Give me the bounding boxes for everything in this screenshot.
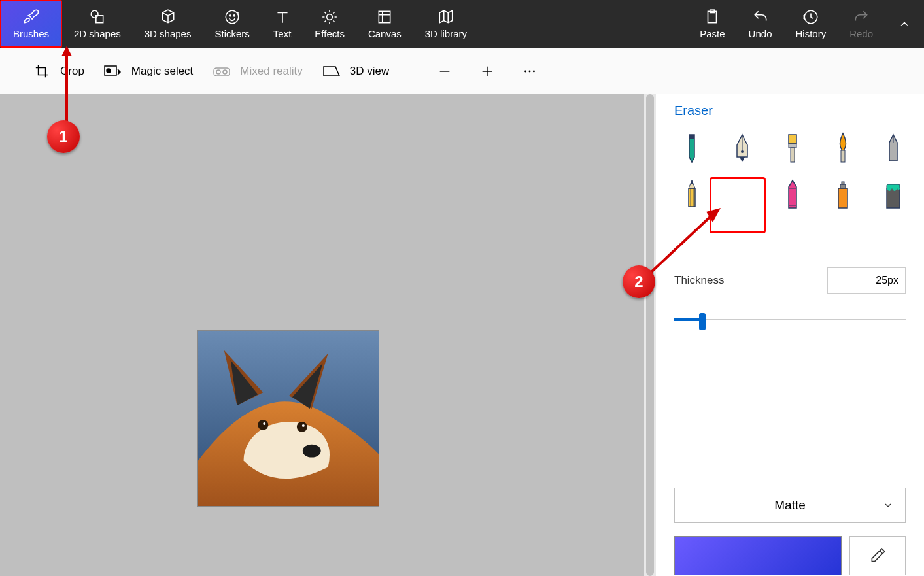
- brush-fill[interactable]: [876, 177, 911, 212]
- shapes-2d-icon: [89, 8, 106, 25]
- svg-rect-6: [379, 11, 390, 22]
- toolbar-label: Canvas: [368, 28, 402, 39]
- toolbar-canvas[interactable]: Canvas: [356, 0, 413, 48]
- 3d-view-button[interactable]: 3D view: [322, 64, 389, 78]
- undo-icon: [752, 8, 769, 25]
- toolbar-2d-shapes[interactable]: 2D shapes: [62, 0, 133, 48]
- brush-pencil[interactable]: [674, 177, 710, 212]
- svg-point-21: [263, 422, 265, 425]
- secondary-toolbar: Crop Magic select Mixed reality 3D view: [0, 48, 924, 94]
- toolbar-text[interactable]: Text: [262, 0, 303, 48]
- toolbar-label: Undo: [749, 28, 772, 39]
- vertical-scrollbar[interactable]: [644, 94, 656, 576]
- current-color-swatch[interactable]: [674, 536, 842, 575]
- more-options-button[interactable]: [520, 61, 539, 81]
- sub-label: Crop: [60, 65, 84, 78]
- toolbar-label: Effects: [315, 28, 345, 39]
- magic-select-icon: [104, 64, 122, 78]
- brush-icon: [23, 8, 40, 25]
- thickness-input[interactable]: [827, 267, 906, 294]
- toolbar-brushes[interactable]: Brushes: [0, 0, 62, 48]
- sub-label: Magic select: [131, 65, 193, 78]
- toolbar-label: History: [795, 28, 826, 39]
- svg-point-15: [529, 70, 531, 72]
- crop-icon: [33, 64, 51, 78]
- oil-brush-icon: [781, 132, 804, 163]
- svg-point-19: [258, 420, 268, 430]
- toolbar-collapse[interactable]: [885, 0, 924, 48]
- redo-icon: [853, 8, 870, 25]
- shapes-3d-icon: [160, 8, 177, 25]
- svg-rect-30: [838, 188, 847, 208]
- effects-icon: [321, 8, 338, 25]
- brush-watercolor[interactable]: [825, 130, 861, 165]
- toolbar-undo[interactable]: Undo: [737, 0, 784, 48]
- svg-point-24: [741, 150, 744, 153]
- brush-oil-brush[interactable]: [775, 130, 810, 165]
- stickers-icon: [224, 8, 241, 25]
- mixed-reality-icon: [213, 64, 231, 78]
- svg-point-4: [233, 15, 235, 16]
- thickness-label: Thickness: [674, 274, 725, 287]
- canvas-workspace[interactable]: [0, 94, 656, 576]
- brush-marker[interactable]: [674, 130, 710, 165]
- library-3d-icon: [437, 8, 454, 25]
- toolbar-label: Paste: [700, 28, 725, 39]
- thickness-slider[interactable]: [674, 313, 906, 326]
- toolbar-effects[interactable]: Effects: [303, 0, 356, 48]
- brush-eraser-selected[interactable]: [710, 177, 766, 233]
- svg-rect-28: [841, 150, 845, 162]
- toolbar-3d-library[interactable]: 3D library: [413, 0, 479, 48]
- zoom-out-button[interactable]: [435, 61, 454, 81]
- canvas-image[interactable]: [197, 330, 379, 507]
- toolbar-history[interactable]: History: [783, 0, 838, 48]
- svg-rect-25: [789, 135, 796, 144]
- svg-point-13: [223, 70, 227, 74]
- sub-label: Mixed reality: [240, 65, 302, 78]
- spray-can-icon: [831, 179, 855, 211]
- toolbar-label: Redo: [849, 28, 873, 39]
- text-icon: [274, 8, 291, 25]
- toolbar-3d-shapes[interactable]: 3D shapes: [133, 0, 203, 48]
- material-value: Matte: [774, 498, 806, 513]
- panel-divider: [674, 464, 906, 464]
- annotation-marker-1: 1: [47, 120, 80, 153]
- toolbar-label: 2D shapes: [74, 28, 121, 39]
- brush-calligraphy-pen[interactable]: [725, 130, 760, 165]
- zoom-in-button[interactable]: [477, 61, 497, 81]
- svg-rect-31: [840, 184, 846, 188]
- watercolor-icon: [831, 132, 855, 163]
- paste-icon: [704, 8, 721, 25]
- brush-crayon[interactable]: [775, 177, 810, 212]
- toolbar-label: 3D shapes: [145, 28, 192, 39]
- slider-thumb[interactable]: [699, 313, 706, 330]
- svg-point-16: [533, 70, 535, 72]
- svg-point-22: [302, 424, 305, 427]
- brush-pixel-pen[interactable]: [876, 130, 911, 165]
- toolbar-label: Text: [273, 28, 292, 39]
- eyedropper-icon: [869, 547, 886, 564]
- chevron-down-icon: [883, 500, 893, 511]
- svg-rect-29: [689, 188, 695, 207]
- brush-spray-can[interactable]: [825, 177, 861, 212]
- pencil-icon: [680, 179, 704, 211]
- brush-properties-panel: Eraser: [656, 94, 924, 576]
- material-select[interactable]: Matte: [674, 488, 906, 523]
- sub-label: 3D view: [350, 65, 389, 78]
- toolbar-paste[interactable]: Paste: [688, 0, 736, 48]
- toolbar-label: Stickers: [214, 28, 249, 39]
- toolbar-stickers[interactable]: Stickers: [203, 0, 261, 48]
- minus-icon: [437, 64, 452, 78]
- mixed-reality-button: Mixed reality: [213, 64, 302, 78]
- crop-button[interactable]: Crop: [33, 64, 84, 78]
- eyedropper-button[interactable]: [849, 536, 906, 575]
- svg-point-0: [91, 10, 98, 18]
- history-icon: [802, 8, 819, 25]
- fox-image: [198, 331, 379, 506]
- annotation-marker-2: 2: [623, 265, 655, 298]
- toolbar-label: 3D library: [425, 28, 467, 39]
- magic-select-button[interactable]: Magic select: [104, 64, 193, 78]
- plus-icon: [480, 64, 494, 78]
- eraser-icon: [726, 188, 749, 220]
- canvas-icon: [376, 8, 393, 25]
